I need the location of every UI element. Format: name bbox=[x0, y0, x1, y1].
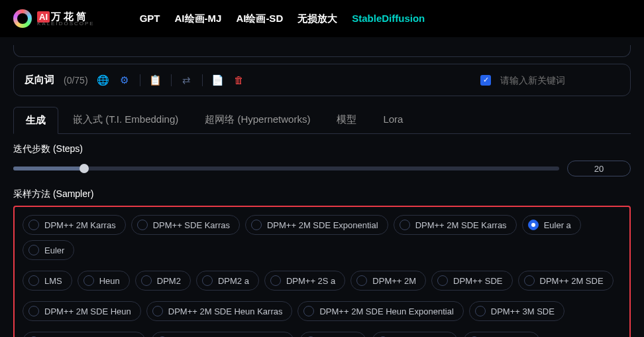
copy-icon[interactable]: 📋 bbox=[150, 74, 162, 86]
sampler-dpm-2m-sde-exponential[interactable]: DPM++ 2M SDE Exponential bbox=[245, 215, 388, 235]
radio-label: DPM2 a bbox=[218, 276, 249, 286]
neg-label: 反向词 bbox=[25, 74, 54, 86]
sampler-dpm-2m-sde-heun-exponential[interactable]: DPM++ 2M SDE Heun Exponential bbox=[297, 301, 463, 321]
sampler-lms[interactable]: LMS bbox=[23, 271, 72, 291]
tab-lora[interactable]: Lora bbox=[371, 107, 415, 133]
steps-value[interactable]: 20 bbox=[567, 161, 631, 176]
nav-sd[interactable]: AI绘画-SD bbox=[236, 13, 283, 25]
radio-icon bbox=[137, 220, 148, 230]
radio-label: DPM++ 2S a bbox=[286, 276, 335, 286]
sampler-box: DPM++ 2M KarrasDPM++ SDE KarrasDPM++ 2M … bbox=[13, 206, 631, 337]
sampler-dpm-3m-sde-exponential[interactable]: DPM++ 3M SDE Exponential bbox=[151, 332, 294, 337]
tabs: 生成 嵌入式 (T.I. Embedding) 超网络 (Hypernetwor… bbox=[13, 107, 631, 134]
trash-icon[interactable]: 🗑 bbox=[233, 74, 245, 86]
sampler-dpm-2m-sde-heun[interactable]: DPM++ 2M SDE Heun bbox=[23, 301, 141, 321]
sampler-dpm-adaptive[interactable]: DPM adaptive bbox=[372, 332, 458, 337]
tab-generate[interactable]: 生成 bbox=[13, 107, 58, 134]
sampler-euler[interactable]: Euler bbox=[23, 240, 74, 260]
radio-label: DPM++ SDE Karras bbox=[153, 220, 230, 230]
radio-label: Euler a bbox=[544, 220, 571, 230]
radio-label: LMS bbox=[44, 276, 62, 286]
neg-count: (0/75) bbox=[64, 75, 88, 86]
sampler-dpm-2m-sde[interactable]: DPM++ 2M SDE bbox=[518, 271, 614, 291]
sampler-dpm2[interactable]: DPM2 bbox=[135, 271, 191, 291]
toggle-checkbox[interactable]: ✓ bbox=[480, 75, 491, 86]
sampler-heun[interactable]: Heun bbox=[78, 271, 130, 291]
radio-icon bbox=[400, 220, 410, 230]
radio-icon bbox=[303, 306, 314, 316]
radio-label: Heun bbox=[99, 276, 120, 286]
radio-icon bbox=[475, 306, 486, 316]
slider-thumb[interactable] bbox=[80, 164, 89, 173]
sampler-dpm-2m-sde-heun-karras[interactable]: DPM++ 2M SDE Heun Karras bbox=[146, 301, 293, 321]
sampler-dpm-3m-sde[interactable]: DPM++ 3M SDE bbox=[469, 301, 564, 321]
tab-model[interactable]: 模型 bbox=[325, 107, 368, 133]
sampler-euler-a[interactable]: Euler a bbox=[522, 215, 581, 235]
gear-icon[interactable]: ⚙ bbox=[119, 74, 131, 86]
radio-icon bbox=[28, 220, 39, 230]
radio-label: DPM++ 2M bbox=[372, 276, 416, 286]
nav-mj[interactable]: AI绘画-MJ bbox=[175, 13, 222, 25]
radio-label: DPM++ 2M SDE Exponential bbox=[267, 220, 378, 230]
radio-label: DPM++ 2M SDE Heun Karras bbox=[168, 306, 283, 316]
radio-label: DPM++ 2M SDE Heun bbox=[44, 306, 131, 316]
radio-icon bbox=[28, 275, 39, 286]
logo[interactable]: AI万 花 筒 KALEIDOSCOPE bbox=[13, 9, 95, 28]
radio-icon bbox=[83, 275, 94, 286]
negative-prompt-panel: 反向词 (0/75) 🌐 ⚙ 📋 ⇄ 📄 🗑 ✓ bbox=[13, 64, 631, 96]
sampler-dpm-sde-karras[interactable]: DPM++ SDE Karras bbox=[131, 215, 240, 235]
radio-label: DPM2 bbox=[157, 276, 181, 286]
nav-stable[interactable]: StableDiffusion bbox=[352, 13, 425, 25]
radio-label: DPM++ 2M SDE Karras bbox=[415, 220, 507, 230]
nav-upscale[interactable]: 无损放大 bbox=[297, 13, 337, 25]
sampler-lms-karras[interactable]: LMS Karras bbox=[463, 332, 541, 337]
sampler-dpm-sde[interactable]: DPM++ SDE bbox=[431, 271, 512, 291]
radio-label: Euler bbox=[44, 245, 64, 255]
top-bar: AI万 花 筒 KALEIDOSCOPE GPT AI绘画-MJ AI绘画-SD… bbox=[0, 0, 644, 37]
main-nav: GPT AI绘画-MJ AI绘画-SD 无损放大 StableDiffusion bbox=[140, 13, 425, 25]
radio-icon bbox=[528, 220, 539, 230]
radio-label: DPM++ 2M SDE Heun Exponential bbox=[319, 306, 453, 316]
steps-slider[interactable] bbox=[13, 167, 559, 170]
radio-icon bbox=[152, 306, 163, 316]
radio-icon bbox=[28, 245, 39, 255]
sampler-dpm-fast[interactable]: DPM fast bbox=[299, 332, 366, 337]
radio-icon bbox=[251, 220, 262, 230]
logo-icon bbox=[13, 9, 32, 28]
paste-icon[interactable]: 📄 bbox=[212, 74, 224, 86]
steps-title: 迭代步数 (Steps) bbox=[13, 143, 631, 155]
globe-icon[interactable]: 🌐 bbox=[97, 74, 109, 86]
radio-icon bbox=[524, 275, 535, 286]
radio-icon bbox=[437, 275, 448, 286]
radio-label: DPM++ SDE bbox=[453, 276, 502, 286]
tab-embedding[interactable]: 嵌入式 (T.I. Embedding) bbox=[61, 107, 190, 133]
sampler-dpm-2m[interactable]: DPM++ 2M bbox=[350, 271, 426, 291]
collapsed-panel bbox=[13, 45, 631, 57]
sampler-dpm-2m-sde-karras[interactable]: DPM++ 2M SDE Karras bbox=[394, 215, 517, 235]
radio-label: DPM++ 3M SDE bbox=[491, 306, 555, 316]
radio-icon bbox=[141, 275, 152, 286]
translate-icon[interactable]: ⇄ bbox=[181, 74, 193, 86]
nav-gpt[interactable]: GPT bbox=[140, 13, 160, 25]
tab-hypernetworks[interactable]: 超网络 (Hypernetworks) bbox=[193, 107, 322, 133]
radio-icon bbox=[356, 275, 367, 286]
radio-icon bbox=[202, 275, 213, 286]
sampler-dpm-2s-a[interactable]: DPM++ 2S a bbox=[264, 271, 345, 291]
sampler-dpm-3m-sde-karras[interactable]: DPM++ 3M SDE Karras bbox=[23, 332, 146, 337]
sampler-dpm-2m-karras[interactable]: DPM++ 2M Karras bbox=[23, 215, 126, 235]
sampler-title: 采样方法 (Sampler) bbox=[13, 188, 631, 200]
sampler-dpm2-a[interactable]: DPM2 a bbox=[196, 271, 259, 291]
keyword-input[interactable] bbox=[500, 75, 619, 86]
radio-icon bbox=[270, 275, 281, 286]
radio-icon bbox=[28, 306, 39, 316]
radio-label: DPM++ 2M SDE bbox=[540, 276, 604, 286]
radio-label: DPM++ 2M Karras bbox=[44, 220, 116, 230]
